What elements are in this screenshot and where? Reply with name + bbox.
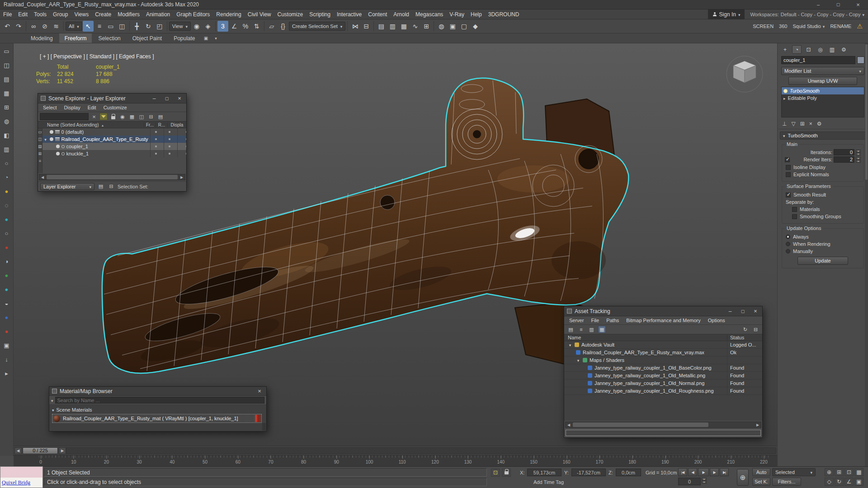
object-row-coupler-1[interactable]: coupler_1 — [42, 143, 186, 150]
menu-interactive[interactable]: Interactive — [334, 11, 365, 18]
rail-icon-1[interactable]: ▭ — [38, 130, 42, 134]
menu-help[interactable]: Help — [467, 11, 485, 18]
toolbar-icon-18[interactable]: ● — [2, 284, 12, 294]
frozen-column-header[interactable]: Fr... — [144, 122, 156, 127]
quixel-bridge-window[interactable]: Quixel Bridg — [0, 466, 43, 488]
layer-row-default[interactable]: 0 (default) — [42, 128, 186, 136]
select-and-link-icon[interactable]: ∞ — [28, 21, 39, 32]
menu-vray[interactable]: V-Ray — [446, 11, 467, 18]
toolbar-icon-20[interactable]: ● — [2, 312, 12, 322]
configure-modifier-sets-icon[interactable]: ⚙ — [817, 121, 822, 127]
auto-key-button[interactable]: Auto — [752, 468, 770, 476]
zoom-extents-all-icon[interactable]: ▦ — [854, 468, 863, 476]
menu-edit[interactable]: Edit — [15, 11, 31, 18]
previous-frame-button[interactable]: ◀ — [688, 468, 697, 476]
warning-icon[interactable] — [857, 23, 863, 30]
menu-graph-editors[interactable]: Graph Editors — [173, 11, 213, 18]
list-view-icon[interactable]: ▥ — [588, 326, 595, 333]
track-bar-ruler[interactable]: 0 10 20 30 40 50 60 70 80 90 100 110 120… — [14, 455, 777, 466]
select-and-rotate-icon[interactable]: ↻ — [143, 21, 154, 32]
material-item[interactable]: Railroad_Coupler_AAR_Type_E_Rusty_mat ( … — [52, 414, 262, 423]
asset-row-basecolor[interactable]: Janney_type_railway_coupler_1_Old_BaseCo… — [564, 364, 762, 372]
rendered-frame-window-icon[interactable]: ▢ — [458, 21, 469, 32]
workspaces-dropdown[interactable]: Workspaces: Default - Copy - Copy - Copy… — [750, 12, 864, 17]
asset-row-roughness[interactable]: Janney_type_railway_coupler_1_Old_Roughn… — [564, 387, 762, 395]
toolbar-icon-11[interactable]: ● — [2, 186, 12, 196]
minimize-button[interactable] — [808, 0, 828, 9]
next-frame-button[interactable]: ▶ — [710, 468, 719, 476]
visibility-eye-icon[interactable] — [56, 152, 60, 155]
menu-arnold[interactable]: Arnold — [390, 11, 412, 18]
time-slider[interactable]: ◀ 0 / 225 ▶ — [14, 446, 777, 455]
modifier-list-dropdown[interactable]: Modifier List — [781, 67, 864, 75]
materials-checkbox[interactable] — [792, 207, 797, 212]
expander-icon[interactable] — [43, 136, 48, 142]
unlink-selection-icon[interactable]: ⊘ — [39, 21, 50, 32]
search-options-icon[interactable] — [51, 397, 53, 404]
rail-icon-2[interactable]: ◫ — [38, 137, 42, 141]
tab-selection[interactable]: Selection — [93, 33, 126, 43]
material-search-input[interactable] — [55, 397, 264, 404]
window-crossing-icon[interactable]: ◫ — [117, 21, 127, 32]
menu-megascans[interactable]: Megascans — [412, 11, 446, 18]
x-coordinate-field[interactable]: 59,173cm — [527, 469, 561, 476]
menu-rendering[interactable]: Rendering — [213, 11, 244, 18]
menu-display[interactable]: Display — [61, 104, 84, 111]
menu-server[interactable]: Server — [566, 317, 587, 324]
align-icon[interactable]: ⊟ — [361, 21, 372, 32]
studio-dropdown[interactable]: Squid Studio — [793, 23, 825, 29]
toolbar-icon-10[interactable]: ◔ — [2, 172, 12, 182]
menu-file[interactable]: File — [588, 317, 602, 324]
previous-frame-arrow-icon[interactable]: ◀ — [14, 447, 22, 454]
modifier-enabled-bulb-icon[interactable] — [783, 89, 788, 93]
smoothing-groups-checkbox[interactable] — [792, 214, 797, 219]
toolbar-icon-24[interactable]: ▸ — [2, 368, 12, 378]
menu-animation[interactable]: Animation — [143, 11, 173, 18]
toolbar-icon-19[interactable]: ◒ — [2, 298, 12, 308]
mirror-icon[interactable]: ⋈ — [349, 21, 360, 32]
horizontal-scrollbar[interactable]: ◀▶ — [39, 174, 185, 180]
tab-populate[interactable]: Populate — [168, 33, 200, 43]
named-selection-sets-icon[interactable]: {} — [278, 21, 288, 32]
zoom-all-icon[interactable]: ⊞ — [835, 468, 844, 476]
snaps-toggle-icon[interactable]: 3 — [217, 21, 228, 32]
key-filters-button[interactable]: Filters... — [772, 478, 801, 486]
menu-bitmap-performance[interactable]: Bitmap Performance and Memory — [623, 317, 703, 324]
toolbar-icon-3[interactable]: ▤ — [2, 74, 12, 84]
object-color-swatch[interactable] — [857, 56, 864, 64]
manually-radio[interactable] — [786, 249, 790, 253]
rail-icon-3[interactable]: ▤ — [38, 144, 42, 149]
hierarchy-tab-icon[interactable]: ⊡ — [804, 45, 813, 54]
motion-tab-icon[interactable]: ◎ — [816, 45, 825, 54]
toolbar-icon-14[interactable]: ○ — [2, 228, 12, 238]
menu-modifiers[interactable]: Modifiers — [114, 11, 143, 18]
menu-content[interactable]: Content — [365, 11, 390, 18]
menu-paths[interactable]: Paths — [603, 317, 622, 324]
select-and-manipulate-icon[interactable]: ◈ — [203, 21, 213, 32]
toolbar-icon-5[interactable]: ⊞ — [2, 102, 12, 112]
iterations-field[interactable]: 0 — [834, 149, 854, 155]
modifier-stack-item-turbosmooth[interactable]: TurboSmooth — [782, 87, 864, 94]
render-production-icon[interactable]: ◆ — [470, 21, 481, 32]
pan-icon[interactable]: ◇ — [825, 478, 834, 486]
always-radio[interactable] — [786, 235, 790, 239]
selected-set-dropdown[interactable]: Selected — [772, 468, 816, 476]
maximize-button[interactable] — [162, 95, 172, 102]
menu-edit[interactable]: Edit — [85, 104, 99, 111]
zoom-icon[interactable]: ⊕ — [825, 468, 834, 476]
select-and-scale-icon[interactable]: ◰ — [154, 21, 165, 32]
select-and-move-icon[interactable]: ╋ — [132, 21, 142, 32]
object-name-field[interactable] — [781, 56, 855, 64]
smooth-result-checkbox[interactable] — [786, 192, 791, 197]
modifier-stack-item-editable-poly[interactable]: Editable Poly — [782, 94, 864, 102]
rename-button[interactable]: RENAME — [830, 23, 851, 29]
create-selection-set-dropdown[interactable]: Create Selection Set — [289, 22, 345, 31]
spinner-up-icon[interactable] — [856, 150, 861, 152]
select-object-icon[interactable]: ↖ — [83, 21, 94, 32]
clear-search-icon[interactable] — [90, 113, 98, 120]
maximize-button[interactable] — [828, 0, 848, 9]
rail-icon-4[interactable]: ⊞ — [38, 151, 42, 156]
percent-snap-icon[interactable]: % — [240, 21, 251, 32]
toggle-scene-explorer-icon[interactable]: ▤ — [376, 21, 387, 32]
selection-lock-icon[interactable] — [502, 469, 511, 477]
